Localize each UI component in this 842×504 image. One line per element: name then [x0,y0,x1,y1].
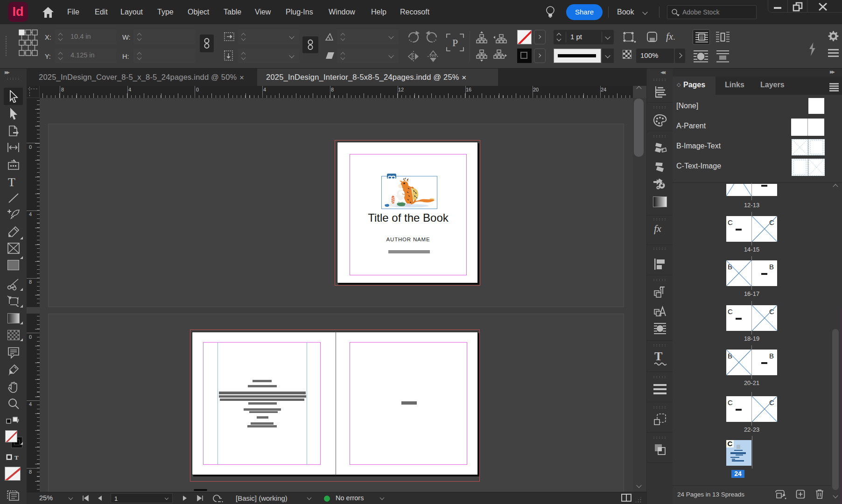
svg-text:P: P [452,37,458,49]
svg-text:T: T [654,350,662,363]
